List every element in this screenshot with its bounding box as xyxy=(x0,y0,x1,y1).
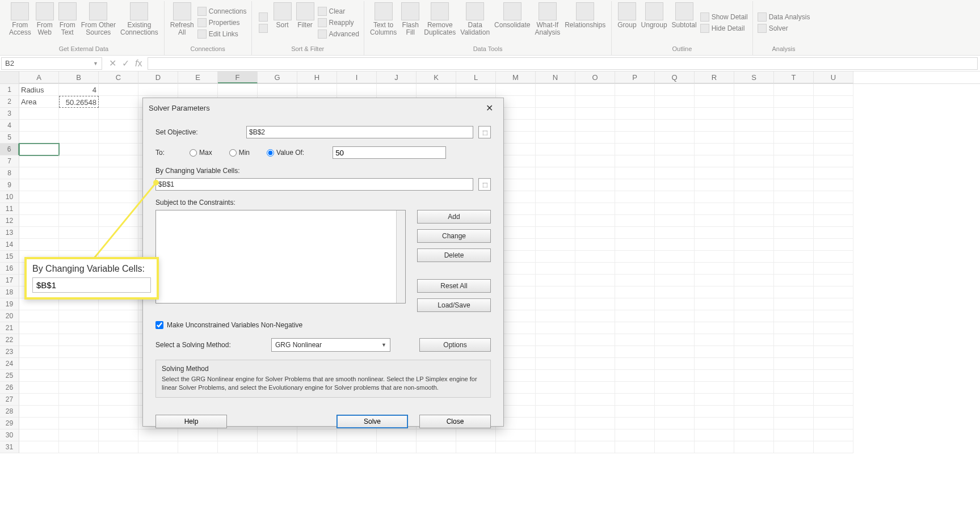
cell[interactable] xyxy=(774,203,814,215)
name-box[interactable]: B2▼ xyxy=(1,57,102,70)
cell[interactable] xyxy=(575,310,615,322)
cell[interactable] xyxy=(615,286,655,298)
solving-method-select[interactable]: GRG Nonlinear▼ xyxy=(271,338,390,352)
cell[interactable] xyxy=(615,334,655,346)
cell[interactable] xyxy=(575,334,615,346)
cell[interactable] xyxy=(655,96,695,108)
cell[interactable] xyxy=(774,286,814,298)
cell[interactable] xyxy=(615,441,655,453)
cell[interactable] xyxy=(655,429,695,441)
cell[interactable] xyxy=(814,418,853,429)
cell[interactable] xyxy=(178,84,218,96)
flash-fill-button[interactable]: FlashFill xyxy=(399,1,422,44)
cell[interactable] xyxy=(814,251,853,263)
cell[interactable] xyxy=(138,441,178,453)
cell[interactable] xyxy=(258,441,297,453)
cell[interactable] xyxy=(814,263,853,275)
row-header[interactable]: 5 xyxy=(0,132,19,144)
cell[interactable] xyxy=(655,215,695,227)
cell[interactable] xyxy=(59,203,99,215)
cell[interactable] xyxy=(615,298,655,310)
cell[interactable] xyxy=(575,132,615,144)
cell[interactable] xyxy=(59,382,99,394)
clear-filter-button[interactable]: Clear xyxy=(317,6,360,16)
cell[interactable] xyxy=(615,382,655,394)
row-header[interactable]: 13 xyxy=(0,227,19,239)
column-header[interactable]: M xyxy=(496,71,536,83)
cell[interactable] xyxy=(615,251,655,263)
cell[interactable] xyxy=(575,286,615,298)
cell[interactable] xyxy=(814,406,853,418)
cell[interactable] xyxy=(774,263,814,275)
cell[interactable] xyxy=(615,263,655,275)
edit-links-button[interactable]: Edit Links xyxy=(196,29,248,39)
row-header[interactable]: 27 xyxy=(0,394,19,406)
cell[interactable] xyxy=(615,322,655,334)
cell[interactable] xyxy=(774,251,814,263)
cell[interactable] xyxy=(695,298,734,310)
cell[interactable] xyxy=(59,429,99,441)
cell[interactable] xyxy=(734,370,774,382)
cell[interactable] xyxy=(575,144,615,155)
cell[interactable] xyxy=(655,263,695,275)
cell[interactable] xyxy=(695,239,734,251)
column-header[interactable]: N xyxy=(536,71,575,83)
cell[interactable] xyxy=(695,179,734,191)
cell[interactable] xyxy=(695,108,734,120)
cell[interactable] xyxy=(615,406,655,418)
cell[interactable] xyxy=(734,239,774,251)
cell[interactable] xyxy=(774,322,814,334)
cell[interactable] xyxy=(59,406,99,418)
column-header[interactable]: C xyxy=(99,71,138,83)
cell[interactable] xyxy=(774,406,814,418)
cell[interactable] xyxy=(19,441,59,453)
cell[interactable] xyxy=(655,167,695,179)
cell[interactable] xyxy=(814,108,853,120)
cell[interactable] xyxy=(59,310,99,322)
cell[interactable] xyxy=(734,84,774,96)
cell[interactable] xyxy=(695,132,734,144)
cell[interactable] xyxy=(774,239,814,251)
cell[interactable] xyxy=(734,132,774,144)
cell[interactable] xyxy=(774,346,814,358)
row-header[interactable]: 19 xyxy=(0,298,19,310)
cell[interactable] xyxy=(615,346,655,358)
cell[interactable] xyxy=(695,84,734,96)
cell[interactable] xyxy=(734,382,774,394)
radio-min[interactable]: Min xyxy=(229,149,250,157)
cell[interactable] xyxy=(536,239,575,251)
cell[interactable] xyxy=(19,191,59,203)
cell[interactable] xyxy=(59,394,99,406)
column-header[interactable]: R xyxy=(695,71,734,83)
cell[interactable] xyxy=(59,334,99,346)
row-header[interactable]: 1 xyxy=(0,84,19,96)
cell[interactable] xyxy=(59,215,99,227)
row-header[interactable]: 23 xyxy=(0,346,19,358)
cell[interactable] xyxy=(774,227,814,239)
cell[interactable] xyxy=(99,429,138,441)
cell[interactable]: Radius xyxy=(19,84,59,96)
cell[interactable] xyxy=(536,84,575,96)
cell[interactable] xyxy=(59,120,99,132)
cell[interactable] xyxy=(655,275,695,286)
cell[interactable] xyxy=(695,227,734,239)
cell[interactable] xyxy=(536,144,575,155)
cell[interactable] xyxy=(99,84,138,96)
load-save-button[interactable]: Load/Save xyxy=(417,298,491,312)
cell[interactable] xyxy=(59,370,99,382)
cell[interactable] xyxy=(774,441,814,453)
cell[interactable] xyxy=(655,382,695,394)
cell[interactable] xyxy=(575,179,615,191)
cell[interactable] xyxy=(695,441,734,453)
column-header[interactable]: P xyxy=(615,71,655,83)
column-header[interactable]: U xyxy=(814,71,853,83)
cell[interactable] xyxy=(615,215,655,227)
cell[interactable] xyxy=(814,132,853,144)
cell[interactable] xyxy=(615,275,655,286)
cell[interactable] xyxy=(59,239,99,251)
cell[interactable] xyxy=(575,406,615,418)
constraints-listbox[interactable] xyxy=(155,210,406,304)
cell[interactable] xyxy=(536,120,575,132)
cell[interactable] xyxy=(99,310,138,322)
cell[interactable] xyxy=(19,167,59,179)
